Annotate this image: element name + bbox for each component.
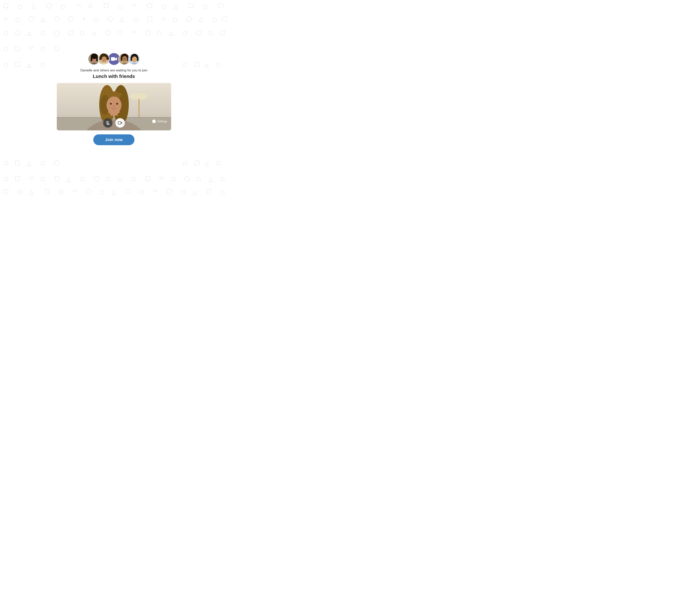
participant-avatar-4 <box>128 53 140 65</box>
svg-rect-13 <box>55 17 59 21</box>
svg-point-26 <box>80 31 84 35</box>
svg-rect-107 <box>137 57 139 61</box>
svg-rect-40 <box>15 62 20 67</box>
svg-point-30 <box>157 31 161 35</box>
mute-button[interactable] <box>103 118 113 128</box>
svg-rect-106 <box>130 57 132 61</box>
svg-point-14 <box>94 18 98 22</box>
svg-point-90 <box>99 57 102 60</box>
svg-rect-17 <box>147 17 152 21</box>
svg-rect-43 <box>195 62 199 67</box>
svg-point-37 <box>41 47 45 51</box>
svg-rect-8 <box>189 3 193 8</box>
svg-rect-73 <box>167 189 172 194</box>
svg-point-5 <box>118 5 122 9</box>
svg-rect-53 <box>15 177 20 181</box>
svg-rect-67 <box>45 189 49 194</box>
svg-point-24 <box>41 31 45 35</box>
svg-rect-12 <box>29 16 34 22</box>
svg-rect-55 <box>55 177 59 181</box>
svg-point-35 <box>4 47 8 51</box>
svg-point-51 <box>216 161 220 165</box>
settings-label: Settings <box>157 120 167 123</box>
svg-rect-69 <box>86 189 91 194</box>
svg-point-63 <box>197 177 201 181</box>
svg-point-54 <box>41 177 45 181</box>
join-now-button[interactable]: Join now <box>93 134 134 145</box>
svg-point-11 <box>16 18 20 22</box>
svg-point-116 <box>107 97 122 114</box>
svg-point-42 <box>183 63 187 67</box>
svg-point-117 <box>110 103 112 105</box>
svg-rect-27 <box>105 30 111 36</box>
svg-rect-75 <box>207 189 211 194</box>
svg-point-41 <box>41 63 45 67</box>
svg-rect-62 <box>184 176 190 181</box>
svg-point-99 <box>122 56 127 63</box>
svg-point-119 <box>113 106 115 107</box>
svg-point-7 <box>162 5 166 9</box>
svg-point-91 <box>106 57 109 60</box>
svg-rect-2 <box>46 3 52 9</box>
svg-point-108 <box>132 56 137 62</box>
svg-rect-65 <box>3 189 8 194</box>
video-preview: Settings <box>57 83 171 130</box>
svg-point-33 <box>209 31 213 35</box>
settings-button[interactable]: Settings <box>152 119 167 123</box>
svg-point-68 <box>59 190 63 194</box>
svg-point-9 <box>203 5 207 9</box>
camera-button[interactable] <box>115 118 125 128</box>
svg-rect-15 <box>107 16 113 22</box>
svg-point-18 <box>173 18 177 22</box>
svg-rect-60 <box>145 177 150 181</box>
main-content: Danielle and others are waiting for you … <box>57 53 171 145</box>
svg-rect-83 <box>96 56 98 62</box>
svg-point-92 <box>102 56 107 62</box>
svg-rect-71 <box>126 189 130 194</box>
svg-point-28 <box>118 31 122 35</box>
svg-point-16 <box>134 18 138 22</box>
svg-point-45 <box>4 161 8 165</box>
svg-rect-29 <box>145 31 150 35</box>
svg-rect-38 <box>54 46 60 51</box>
svg-point-70 <box>100 190 104 194</box>
svg-point-118 <box>116 103 118 105</box>
svg-point-3 <box>61 5 65 9</box>
svg-rect-21 <box>222 17 227 21</box>
meeting-title: Lunch with friends <box>93 74 135 79</box>
avatar-row <box>88 53 140 65</box>
svg-rect-123 <box>118 122 121 124</box>
svg-rect-93 <box>111 57 115 61</box>
svg-point-47 <box>41 161 45 165</box>
svg-rect-50 <box>195 161 199 165</box>
svg-rect-25 <box>69 31 73 35</box>
svg-point-39 <box>4 63 8 67</box>
svg-point-72 <box>140 190 144 194</box>
svg-rect-34 <box>220 31 225 35</box>
waiting-text: Danielle and others are waiting for you … <box>80 68 147 72</box>
svg-point-74 <box>181 190 185 194</box>
svg-rect-36 <box>15 46 20 51</box>
svg-point-52 <box>4 177 8 181</box>
svg-rect-46 <box>15 161 20 165</box>
svg-point-22 <box>4 31 8 35</box>
svg-point-49 <box>183 161 187 165</box>
svg-rect-57 <box>94 176 99 181</box>
participant-avatar-2 <box>98 53 110 65</box>
svg-rect-82 <box>91 56 92 62</box>
svg-point-1 <box>18 5 22 9</box>
svg-point-61 <box>171 177 175 181</box>
svg-rect-4 <box>104 3 108 8</box>
svg-point-44 <box>216 63 220 67</box>
svg-rect-23 <box>15 30 20 35</box>
svg-point-64 <box>220 177 225 181</box>
svg-rect-19 <box>186 16 192 22</box>
svg-rect-48 <box>54 160 60 166</box>
svg-point-56 <box>80 177 84 181</box>
svg-rect-0 <box>3 3 8 8</box>
svg-point-20 <box>213 18 216 22</box>
svg-point-76 <box>220 190 225 194</box>
svg-rect-32 <box>196 30 202 35</box>
svg-point-31 <box>183 31 187 35</box>
svg-point-66 <box>18 190 22 194</box>
